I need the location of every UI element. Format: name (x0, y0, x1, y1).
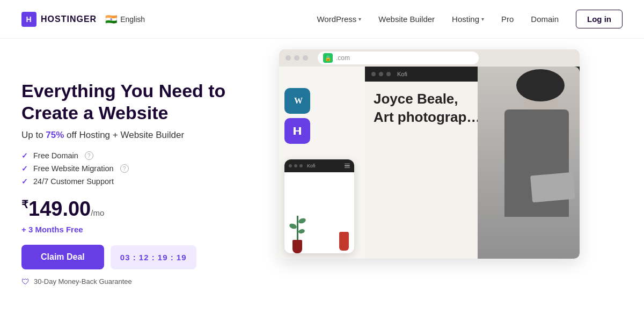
browser-dot-green (303, 55, 308, 61)
website-tab-name: Kofi (397, 71, 407, 77)
feature-item-support: ✓ 24/7 Customer Support (21, 177, 247, 186)
chevron-down-icon: ▾ (358, 16, 361, 22)
hamburger-line-2 (345, 165, 350, 166)
shield-icon: 🛡 (21, 277, 30, 286)
hamburger-icon (345, 164, 350, 169)
mobile-dot-2 (294, 164, 297, 167)
price-note: + 3 Months Free (21, 225, 247, 234)
logo-icon: H (21, 12, 36, 27)
feature-list: ✓ Free Domain ? ✓ Free Website Migration… (21, 151, 247, 186)
check-icon: ✓ (21, 164, 28, 173)
check-icon: ✓ (21, 151, 28, 160)
nav-wordpress[interactable]: WordPress ▾ (317, 14, 361, 24)
brand-logo[interactable]: H HOSTINGER (21, 12, 97, 27)
language-selector[interactable]: 🇮🇳 English (105, 13, 145, 25)
language-label: English (120, 15, 145, 24)
logo-text: HOSTINGER (41, 14, 97, 24)
main-content: Everything You Need to Create a Website … (0, 39, 644, 322)
hero-subheadline: Up to 75% off Hosting + Website Builder (21, 130, 247, 141)
main-nav: WordPress ▾ Website Builder Hosting ▾ Pr… (317, 10, 623, 28)
login-button[interactable]: Log in (576, 10, 623, 28)
mobile-header-bar: Kofi (284, 159, 354, 172)
address-text: .com (336, 54, 350, 62)
mobile-dot-1 (289, 164, 292, 167)
mobile-mockup: Kofi (284, 159, 354, 253)
site-dot-2 (379, 72, 383, 76)
hero-illustration: 🔒 .com W (247, 39, 623, 322)
feature-text: Free Domain (33, 151, 78, 160)
flag-icon: 🇮🇳 (105, 13, 117, 25)
chevron-down-icon: ▾ (481, 16, 484, 22)
price-currency: ₹ (21, 199, 28, 211)
browser-content: W Kofi (279, 67, 580, 259)
price-display: ₹149.00/mo (21, 197, 104, 220)
feature-item-domain: ✓ Free Domain ? (21, 151, 247, 160)
nav-pro[interactable]: Pro (501, 14, 514, 24)
site-dot-3 (386, 72, 391, 76)
check-icon: ✓ (21, 177, 28, 186)
ssl-lock-icon: 🔒 (323, 53, 333, 63)
feature-item-migration: ✓ Free Website Migration ? (21, 164, 247, 173)
browser-bar: 🔒 .com (279, 49, 580, 67)
price-period: /mo (91, 208, 104, 217)
hamburger-line-1 (345, 164, 350, 165)
hamburger-line-3 (345, 167, 350, 169)
feature-text: Free Website Migration (33, 164, 114, 173)
nav-website-builder[interactable]: Website Builder (378, 14, 435, 24)
info-icon[interactable]: ? (120, 164, 129, 173)
hostinger-app-icon (284, 118, 310, 144)
hero-headline: Everything You Need to Create a Website (21, 80, 247, 124)
claim-deal-button[interactable]: Claim Deal (21, 245, 104, 269)
app-icons-sidebar: W (284, 88, 310, 144)
guarantee-text: 🛡 30-Day Money-Back Guarantee (21, 277, 247, 286)
countdown-timer: 03 : 12 : 19 : 19 (111, 245, 196, 269)
person-photo (478, 67, 580, 259)
browser-dot-yellow (294, 55, 299, 61)
info-icon[interactable]: ? (85, 151, 93, 160)
nav-domain[interactable]: Domain (531, 14, 559, 24)
mobile-site-name: Kofi (307, 163, 316, 169)
browser-dot-red (286, 55, 291, 61)
svg-text:W: W (294, 96, 303, 105)
logo-area: H HOSTINGER 🇮🇳 English (21, 12, 145, 27)
mobile-body (284, 172, 354, 253)
site-header: H HOSTINGER 🇮🇳 English WordPress ▾ Websi… (0, 0, 644, 39)
browser-mockup: 🔒 .com W (279, 49, 580, 259)
browser-address-bar: 🔒 .com (318, 52, 479, 64)
hero-left: Everything You Need to Create a Website … (21, 75, 247, 287)
wordpress-app-icon: W (284, 88, 310, 114)
price-area: ₹149.00/mo (21, 197, 247, 221)
nav-hosting[interactable]: Hosting ▾ (452, 14, 484, 24)
cta-row: Claim Deal 03 : 12 : 19 : 19 (21, 245, 247, 269)
feature-text: 24/7 Customer Support (33, 177, 114, 186)
website-hero-text: Joyce Beale, Art photograp… (374, 90, 481, 127)
site-dot-1 (371, 72, 376, 76)
mobile-dot-3 (299, 164, 303, 167)
